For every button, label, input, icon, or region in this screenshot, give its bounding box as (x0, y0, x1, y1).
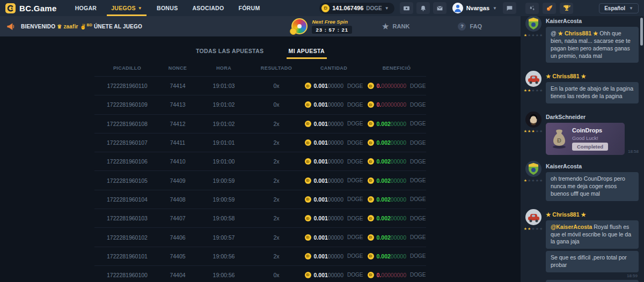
nav-item-asociado[interactable]: ASOCIADO (192, 0, 224, 16)
star-icon: ★ (536, 129, 539, 133)
cell-profit: Ð0.00000000DOGE (367, 272, 426, 278)
coindrop-rain-button[interactable] (525, 3, 539, 14)
coindrop-completed-button[interactable]: Completed (572, 143, 608, 151)
chat-username[interactable]: KaiserAcosta (546, 163, 582, 169)
coindrop-title: CoinDrops (572, 127, 608, 133)
cell-hash: 1722281960101 (94, 253, 160, 259)
nav-item-hogar[interactable]: HOGAR (75, 0, 97, 16)
doge-coin-icon: Ð (305, 234, 311, 241)
user-avatar[interactable] (525, 16, 541, 32)
chat-message-left: ★★★★★ (525, 209, 542, 282)
mail-icon (436, 5, 443, 12)
nav-item-label: HOGAR (75, 5, 97, 11)
table-row[interactable]: 17222819601067441019:01:002xÐ0.00100000D… (94, 152, 426, 170)
cell-hash: 1722281960100 (94, 272, 160, 278)
column-header: HORA (195, 65, 252, 71)
doge-coin-icon: Ð (305, 121, 311, 127)
doge-coin-icon: Ð (305, 272, 311, 278)
cell-time: 19:00:56 (195, 253, 252, 259)
logo[interactable]: BC.Game (5, 3, 57, 13)
star-icon: ★ (531, 33, 535, 37)
chat-scrollbar[interactable] (640, 18, 643, 46)
spin-info: Next Free Spin 23 : 57 : 21 (312, 19, 352, 34)
table-row[interactable]: 17222819601027440619:00:572xÐ0.00100000D… (94, 227, 426, 246)
table-row[interactable]: 17222819601037440719:00:582xÐ0.00100000D… (94, 209, 426, 227)
star-icon: ★ (539, 179, 543, 182)
welcome-suffix: ÚNETE AL JUEGO (94, 24, 142, 29)
user-avatar[interactable] (525, 71, 541, 87)
chat-toggle-button[interactable] (503, 2, 516, 14)
cell-profit: Ð0.00200000DOGE (367, 253, 426, 259)
chat-username[interactable]: KaiserAcosta (546, 18, 582, 24)
user-avatar[interactable] (525, 112, 541, 128)
chat-message: ★★★★★★ Chriss881 ★@KaiserAcosta Royal fl… (525, 209, 639, 282)
user-menu[interactable]: Nvargas ▼ (452, 3, 497, 13)
table-row[interactable]: 17222819601057440919:00:592xÐ0.00100000D… (94, 170, 426, 189)
cell-nonce: 74407 (160, 215, 195, 221)
cell-hash: 1722281960105 (94, 177, 160, 184)
chat-message-left: ★★★★★ (525, 16, 542, 65)
cell-nonce: 74408 (160, 196, 195, 203)
table-row[interactable]: 17222819601097441319:01:020xÐ0.00100000D… (94, 95, 426, 114)
nav-item-juegos[interactable]: JUEGOS▼ (111, 0, 142, 16)
cell-nonce: 74406 (160, 234, 195, 241)
table-row[interactable]: 17222819601077441119:01:012xÐ0.00100000D… (94, 133, 426, 152)
table-row[interactable]: 17222819601007440419:00:560xÐ0.00100000D… (94, 265, 426, 282)
trophy-icon (563, 4, 570, 12)
message-timestamp: 18:59 (546, 273, 638, 278)
tab-mi-apuesta[interactable]: MI APUESTA (289, 48, 325, 59)
fireball-button[interactable] (543, 3, 556, 14)
chat-username[interactable]: ★ Chriss881 ★ (546, 73, 586, 79)
cell-amount: Ð0.00100000DOGE (301, 121, 367, 127)
faq-label: FAQ (470, 23, 482, 29)
balance-selector[interactable]: Ð 141.067496 DOGE ▼ (319, 3, 394, 14)
user-avatar[interactable] (525, 161, 541, 177)
messages-button[interactable] (433, 2, 447, 14)
coin-stack-icon (290, 28, 297, 35)
cell-time: 19:01:00 (195, 158, 252, 165)
nav-item-fórum[interactable]: FÓRUM (238, 0, 260, 16)
star-icon: ★ (536, 179, 539, 182)
chat-username[interactable]: DarkSchneider (546, 114, 586, 120)
cell-time: 19:00:59 (195, 196, 252, 203)
table-row[interactable]: 17222819601017440519:00:562xÐ0.00100000D… (94, 247, 426, 265)
notifications-button[interactable] (416, 2, 430, 14)
coindrop-row: ÐCoinDropsGood Luck!Completed18:58 (546, 123, 639, 155)
cell-time: 19:00:58 (195, 215, 252, 221)
star-icon: ★ (539, 129, 543, 133)
cell-result: 2x (252, 234, 301, 241)
chevron-down-icon: ▼ (385, 6, 389, 11)
message-timestamp: 18:58 (628, 149, 639, 155)
faq-link[interactable]: ? FAQ (458, 23, 482, 31)
cell-hash: 1722281960110 (94, 83, 160, 89)
table-row[interactable]: 17222819601047440819:00:592xÐ0.00100000D… (94, 190, 426, 209)
doge-coin-icon: Ð (368, 234, 374, 241)
rank-link[interactable]: ★ RANK (382, 23, 409, 30)
trophy-button[interactable] (560, 3, 573, 14)
chat-bubble: Se que es difícil ,pero total por probar (546, 251, 639, 272)
table-row[interactable]: 17222819601107441419:01:030xÐ0.00100000D… (94, 76, 426, 95)
language-selector[interactable]: Español ▼ (599, 3, 639, 13)
doge-coin-icon: Ð (368, 177, 374, 184)
table-row[interactable]: 17222819601087441219:01:022xÐ0.00100000D… (94, 114, 426, 133)
user-avatar[interactable] (525, 209, 541, 225)
user-star-rating: ★★★★★ (524, 129, 543, 133)
tab-todas-las-apuestas[interactable]: TODAS LAS APUESTAS (196, 48, 264, 59)
chevron-down-icon: ▼ (629, 6, 633, 11)
coindrop-card[interactable]: ÐCoinDropsGood Luck!Completed (546, 123, 625, 155)
doge-coin-icon: Ð (305, 253, 311, 259)
doge-coin-icon: Ð (368, 101, 374, 108)
chat-username[interactable]: ★ Chriss881 ★ (546, 211, 586, 218)
coindrop-subtitle: Good Luck! (572, 135, 608, 141)
column-header: BENEFICIÓ (367, 65, 426, 71)
cell-profit: Ð0.00200000DOGE (367, 158, 426, 165)
logo-icon (5, 3, 16, 13)
vault-button[interactable] (400, 2, 413, 14)
megaphone-icon (6, 22, 16, 31)
cell-time: 19:01:01 (195, 139, 252, 146)
nav-item-bonus[interactable]: BONUS (157, 0, 178, 16)
free-spin-widget[interactable]: Next Free Spin 23 : 57 : 21 (291, 18, 352, 34)
cell-time: 19:01:02 (195, 121, 252, 127)
doge-coin-icon: Ð (368, 139, 374, 146)
doge-coin-icon: Ð (368, 253, 374, 259)
